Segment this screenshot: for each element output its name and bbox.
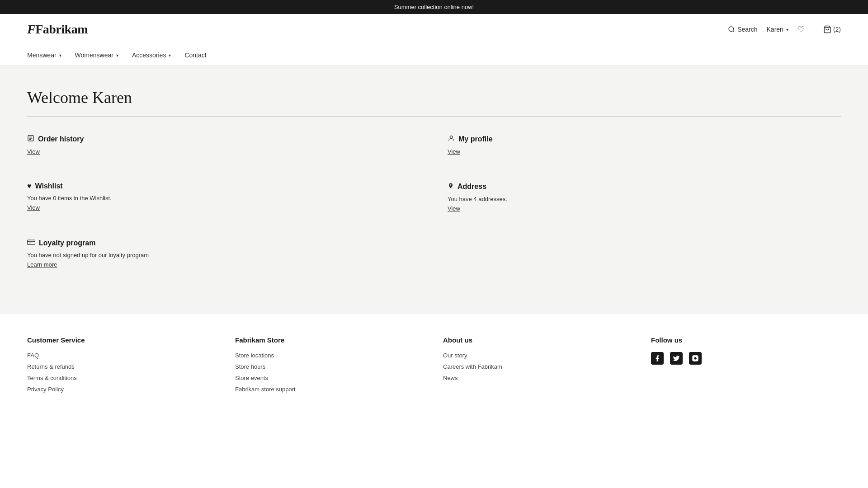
svg-line-1 bbox=[733, 31, 734, 32]
footer-link-store-hours[interactable]: Store hours bbox=[235, 363, 425, 370]
loyalty-learn-more-link[interactable]: Learn more bbox=[27, 261, 420, 268]
header-right: Search Karen ▾ ♡ (2) bbox=[728, 24, 841, 34]
address-pin-icon bbox=[448, 182, 454, 191]
loyalty-label: Loyalty program bbox=[39, 239, 95, 247]
search-button[interactable]: Search bbox=[728, 26, 757, 33]
menswear-chevron-icon: ▾ bbox=[59, 53, 61, 58]
wishlist-heart-icon: ♥ bbox=[27, 182, 32, 190]
womenswear-chevron-icon: ▾ bbox=[116, 53, 118, 58]
main-content: Welcome Karen Order history View My prof… bbox=[0, 66, 868, 313]
twitter-icon[interactable] bbox=[670, 352, 683, 365]
nav-item-accessories[interactable]: Accessories ▾ bbox=[132, 52, 171, 59]
dashboard-grid: Order history View My profile View ♥ Wis… bbox=[27, 135, 841, 277]
footer-customer-service-title: Customer Service bbox=[27, 336, 217, 344]
svg-point-7 bbox=[450, 136, 452, 138]
loyalty-icon bbox=[27, 239, 35, 247]
footer-grid: Customer Service FAQ Returns & refunds T… bbox=[27, 336, 841, 397]
cart-button[interactable]: (2) bbox=[823, 25, 841, 33]
loyalty-text: You have not signed up for our loyalty p… bbox=[27, 252, 420, 258]
footer-link-careers[interactable]: Careers with Fabrikam bbox=[443, 363, 633, 370]
wishlist-text: You have 0 items in the Wishlist. bbox=[27, 195, 420, 202]
loyalty-section: Loyalty program You have not signed up f… bbox=[27, 239, 420, 268]
footer-link-faq[interactable]: FAQ bbox=[27, 352, 217, 359]
footer-follow-us-title: Follow us bbox=[651, 336, 841, 344]
svg-rect-8 bbox=[28, 240, 35, 244]
main-nav: Menswear ▾ Womenswear ▾ Accessories ▾ Co… bbox=[0, 45, 868, 66]
search-label: Search bbox=[737, 26, 757, 33]
footer-link-our-story[interactable]: Our story bbox=[443, 352, 633, 359]
wishlist-title: ♥ Wishlist bbox=[27, 182, 420, 190]
footer-link-returns[interactable]: Returns & refunds bbox=[27, 363, 217, 370]
footer-link-store-support[interactable]: Fabrikam store support bbox=[235, 386, 425, 393]
order-history-section: Order history View bbox=[27, 135, 420, 155]
order-history-view-link[interactable]: View bbox=[27, 148, 420, 155]
announcement-bar: Summer collection online now! bbox=[0, 0, 868, 14]
page-title: Welcome Karen bbox=[27, 88, 841, 107]
address-view-link[interactable]: View bbox=[448, 205, 841, 212]
footer-link-store-locations[interactable]: Store locations bbox=[235, 352, 425, 359]
address-title: Address bbox=[448, 182, 841, 191]
address-section: Address You have 4 addresses. View bbox=[448, 182, 841, 212]
facebook-icon[interactable] bbox=[651, 352, 664, 365]
profile-icon bbox=[448, 135, 455, 144]
footer-customer-service: Customer Service FAQ Returns & refunds T… bbox=[27, 336, 217, 397]
header-divider bbox=[814, 25, 814, 34]
svg-point-0 bbox=[729, 27, 734, 32]
search-icon bbox=[728, 26, 735, 33]
logo[interactable]: FFabrikam bbox=[27, 22, 88, 37]
footer-link-store-events[interactable]: Store events bbox=[235, 375, 425, 381]
social-icons bbox=[651, 352, 841, 365]
wishlist-label: Wishlist bbox=[35, 182, 63, 190]
header: FFabrikam Search Karen ▾ ♡ (2) bbox=[0, 14, 868, 45]
footer-link-terms[interactable]: Terms & conditions bbox=[27, 375, 217, 381]
cart-icon bbox=[823, 25, 831, 33]
announcement-text: Summer collection online now! bbox=[394, 4, 474, 10]
my-profile-section: My profile View bbox=[448, 135, 841, 155]
footer-link-news[interactable]: News bbox=[443, 375, 633, 381]
my-profile-title: My profile bbox=[448, 135, 841, 144]
address-label: Address bbox=[458, 183, 486, 191]
title-divider bbox=[27, 116, 841, 117]
user-name: Karen bbox=[767, 26, 783, 33]
nav-label-womenswear: Womenswear bbox=[75, 52, 113, 59]
footer-fabrikam-store: Fabrikam Store Store locations Store hou… bbox=[235, 336, 425, 397]
order-history-label: Order history bbox=[38, 135, 84, 143]
accessories-chevron-icon: ▾ bbox=[169, 53, 171, 58]
nav-item-contact[interactable]: Contact bbox=[184, 52, 206, 59]
my-profile-label: My profile bbox=[458, 135, 493, 143]
nav-label-accessories: Accessories bbox=[132, 52, 166, 59]
footer: Customer Service FAQ Returns & refunds T… bbox=[0, 313, 868, 415]
wishlist-section: ♥ Wishlist You have 0 items in the Wishl… bbox=[27, 182, 420, 212]
my-profile-view-link[interactable]: View bbox=[448, 148, 841, 155]
nav-item-womenswear[interactable]: Womenswear ▾ bbox=[75, 52, 118, 59]
nav-label-contact: Contact bbox=[184, 52, 206, 59]
wishlist-icon[interactable]: ♡ bbox=[797, 24, 805, 34]
footer-link-privacy[interactable]: Privacy Policy bbox=[27, 386, 217, 393]
order-history-icon bbox=[27, 135, 34, 144]
user-menu[interactable]: Karen ▾ bbox=[767, 26, 788, 33]
nav-label-menswear: Menswear bbox=[27, 52, 57, 59]
user-chevron-icon: ▾ bbox=[786, 27, 788, 32]
cart-count: (2) bbox=[833, 26, 841, 33]
footer-fabrikam-store-title: Fabrikam Store bbox=[235, 336, 425, 344]
order-history-title: Order history bbox=[27, 135, 420, 144]
footer-follow-us: Follow us bbox=[651, 336, 841, 397]
wishlist-view-link[interactable]: View bbox=[27, 204, 420, 211]
footer-about-us-title: About us bbox=[443, 336, 633, 344]
nav-item-menswear[interactable]: Menswear ▾ bbox=[27, 52, 61, 59]
address-text: You have 4 addresses. bbox=[448, 196, 841, 202]
instagram-icon[interactable] bbox=[689, 352, 702, 365]
footer-about-us: About us Our story Careers with Fabrikam… bbox=[443, 336, 633, 397]
loyalty-title: Loyalty program bbox=[27, 239, 420, 247]
